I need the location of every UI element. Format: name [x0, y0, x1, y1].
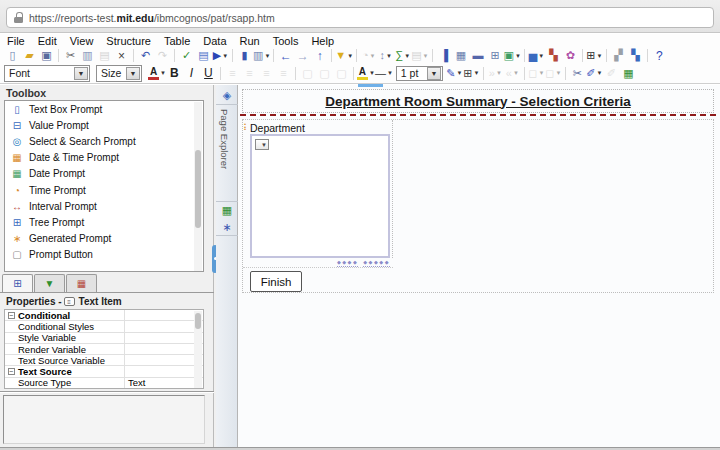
swap-rows-columns-icon[interactable]: ▚ [545, 48, 562, 63]
validate-report-icon[interactable]: ✓ [178, 48, 195, 63]
menu-tools[interactable]: Tools [273, 35, 299, 47]
insert-header-icon[interactable]: ▐ [436, 48, 453, 63]
toolbox-item-interval-prompt[interactable]: ↔Interval Prompt [5, 198, 203, 214]
size-select[interactable]: Size ▼ [96, 65, 142, 82]
help-icon[interactable]: ? [651, 48, 668, 63]
toolbox-item-value-prompt[interactable]: ⊟Value Prompt [5, 117, 203, 133]
toolbox-item-text-box-prompt[interactable]: ▯Text Box Prompt [5, 101, 203, 117]
property-row-text-source-variable[interactable]: Text Source Variable [5, 355, 203, 366]
page-header-block[interactable]: Department Room Summary - Selection Crit… [242, 89, 714, 113]
finish-button[interactable]: Finish [250, 271, 302, 292]
tab-data-items[interactable]: ▦ [66, 274, 97, 292]
button-cell[interactable]: Finish [243, 267, 393, 294]
page-explorer-icon[interactable]: ◈ [216, 87, 238, 105]
menu-help[interactable]: Help [311, 35, 334, 47]
line-style-icon[interactable]: —▼ [375, 66, 393, 81]
menu-view[interactable]: View [70, 35, 94, 47]
toolbox-item-date-time-prompt[interactable]: ▦Date & Time Prompt [5, 150, 203, 166]
properties-scrollbar[interactable] [194, 311, 202, 389]
property-row-source-type[interactable]: Source TypeText [5, 378, 203, 389]
underline-icon[interactable]: U [200, 66, 217, 81]
style-picker-icon[interactable]: ✐▼ [586, 66, 603, 81]
property-row-style-variable[interactable]: Style Variable [5, 333, 203, 344]
bold-icon[interactable]: B [166, 66, 183, 81]
chevron-down-icon: ▼ [74, 67, 88, 80]
run-report-icon[interactable]: ▶▼ [212, 48, 229, 63]
condition-explorer-icon[interactable]: ∗ [216, 219, 238, 236]
property-row-conditional[interactable]: −Conditional [5, 310, 203, 321]
undo-icon[interactable]: ↶ [137, 48, 154, 63]
view-xml-icon[interactable]: ▤ [195, 48, 212, 63]
italic-icon[interactable]: I [183, 66, 200, 81]
collapse-icon[interactable]: − [8, 312, 15, 319]
sort-icon[interactable]: ↕▼ [377, 48, 394, 63]
address-bar[interactable]: https://reports-test.mit.edu/ibmcognos/p… [6, 7, 714, 28]
toolbox-scrollbar[interactable] [194, 102, 202, 272]
page-explorer-label[interactable]: Page Explorer [219, 109, 230, 169]
chart-icon[interactable]: ▅▼ [528, 48, 545, 63]
menu-file[interactable]: File [7, 35, 25, 47]
page-body-block[interactable]: ••• Department ▼ ◆◆◆◆◆◆◆◆◆ Finish [242, 119, 714, 293]
menu-run[interactable]: Run [240, 35, 260, 47]
menu-table[interactable]: Table [164, 35, 190, 47]
property-row-conditional-styles[interactable]: Conditional Styles [5, 321, 203, 332]
image-icon[interactable]: ✿ [562, 48, 579, 63]
save-icon[interactable]: ▣ [38, 48, 55, 63]
up-icon[interactable]: ↑ [311, 48, 328, 63]
page-set-icon[interactable]: ⊞ [487, 48, 504, 63]
prompt-cell[interactable]: ••• Department ▼ ◆◆◆◆◆◆◆◆◆ Finish [243, 120, 393, 258]
tab-toolbox[interactable]: ⊞ [2, 274, 33, 292]
toolbar-separator [565, 67, 566, 80]
property-value[interactable]: Text [125, 377, 203, 388]
insert-object-icon[interactable]: ▣▼ [504, 48, 521, 63]
table-borders-icon[interactable]: ⊞▼ [586, 48, 603, 63]
delete-icon[interactable]: × [113, 48, 130, 63]
prompt-label[interactable]: Department [250, 122, 305, 134]
toolbox-item-tree-prompt[interactable]: ⊞Tree Prompt [5, 214, 203, 230]
property-row-render-variable[interactable]: Render Variable [5, 344, 203, 355]
toolbox-item-date-prompt[interactable]: ▦Date Prompt [5, 166, 203, 182]
toolbox-item-generated-prompt[interactable]: ∗Generated Prompt [5, 231, 203, 247]
cut-icon[interactable]: ✂ [62, 48, 79, 63]
chevron-down-icon: ▼ [126, 67, 140, 80]
property-row-text-source[interactable]: −Text Source [5, 366, 203, 377]
drag-handle-icon[interactable]: ••• [244, 123, 246, 131]
filter-icon[interactable]: ▼▼ [335, 48, 353, 63]
line-weight-select[interactable]: 1 pt▼ [396, 66, 443, 81]
page-title[interactable]: Department Room Summary - Selection Crit… [325, 94, 630, 109]
toolbox-item-select-search-prompt[interactable]: ◎Select & Search Prompt [5, 133, 203, 149]
menu-structure[interactable]: Structure [106, 35, 151, 47]
toolbar-separator [174, 49, 175, 62]
highlight-color-icon[interactable]: A▼ [357, 66, 375, 81]
menu-data[interactable]: Data [203, 35, 226, 47]
borders-icon[interactable]: ⊞▼ [463, 66, 480, 81]
lock-icon[interactable]: ▮ [236, 48, 253, 63]
summarize-icon[interactable]: ∑▼ [394, 48, 411, 63]
new-report-icon[interactable]: ▯ [4, 48, 21, 63]
copy-icon[interactable]: ▥ [79, 48, 96, 63]
toolbox-item-prompt-button[interactable]: ▢Prompt Button [5, 247, 203, 263]
page-header-footer-icon[interactable]: ▬ [470, 48, 487, 63]
forward-icon[interactable]: → [294, 48, 311, 63]
table-style-icon[interactable]: ▦ [620, 66, 637, 81]
query-explorer-icon[interactable]: ▦ [216, 201, 238, 218]
toolbox-item-time-prompt[interactable]: ◔Time Prompt [5, 182, 203, 198]
font-select[interactable]: Font ▼ [4, 65, 90, 82]
border-pen-icon[interactable]: ✎▼ [446, 66, 463, 81]
department-list-prompt[interactable]: ▼ [250, 134, 390, 258]
select-all-placeholder[interactable]: ◆◆◆◆ [337, 259, 358, 267]
deselect-all-placeholder[interactable]: ◆◆◆◆◆ [363, 259, 390, 267]
layout-template-icon[interactable]: ▥▼ [253, 48, 270, 63]
collapse-icon[interactable]: − [8, 368, 15, 375]
chevron-down-icon: ▼ [538, 53, 544, 59]
select-deselect-placeholders: ◆◆◆◆◆◆◆◆◆ [250, 259, 390, 265]
font-color-icon[interactable]: A▼ [148, 66, 166, 81]
group-objects-icon[interactable]: ▞ [610, 48, 627, 63]
tab-source[interactable]: ▼ [34, 274, 65, 292]
menu-edit[interactable]: Edit [38, 35, 57, 47]
master-detail-icon[interactable]: ▚ [627, 48, 644, 63]
insert-table-icon[interactable]: ▦ [453, 48, 470, 63]
back-icon[interactable]: ← [277, 48, 294, 63]
open-icon[interactable]: ▰ [21, 48, 38, 63]
conditional-style-icon[interactable]: ✂ [569, 66, 586, 81]
